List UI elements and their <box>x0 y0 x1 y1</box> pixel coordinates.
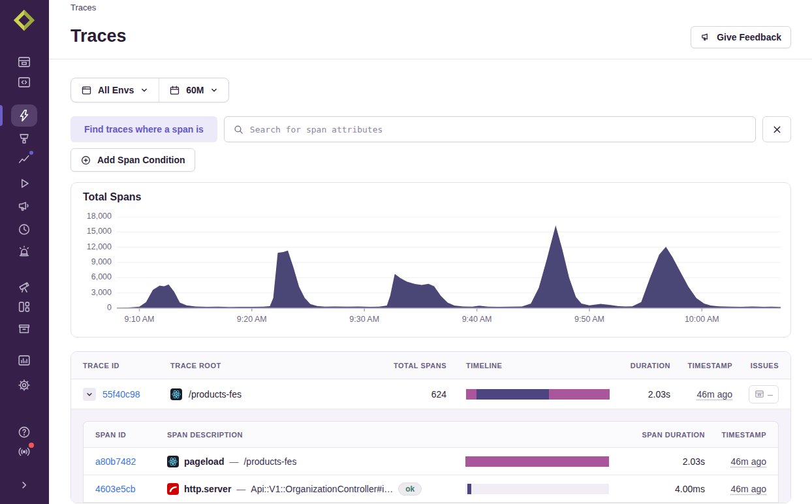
environment-filter-label: All Envs <box>98 85 134 95</box>
span-separator: — <box>229 456 238 467</box>
span-id-link[interactable]: a80b7482 <box>95 456 136 467</box>
span-search-input[interactable] <box>250 125 747 134</box>
time-range-filter[interactable]: 60M <box>159 78 228 102</box>
y-axis-tick-label: 3,000 <box>71 288 112 297</box>
y-axis-tick-label: 15,000 <box>71 227 112 236</box>
main-content: Traces Traces Give Feedback All Envs <box>49 3 812 503</box>
span-timestamp[interactable]: 46m ago <box>731 484 766 494</box>
col-span-timestamp: Timestamp <box>705 431 766 439</box>
trace-row: 55f40c98 /products-fes 624 2.03s 46m ago… <box>71 379 790 409</box>
trace-issues-button[interactable]: – <box>749 385 779 403</box>
trace-root-label[interactable]: /products-fes <box>189 389 242 400</box>
calendar-icon <box>169 85 180 96</box>
time-range-filter-label: 60M <box>186 85 204 95</box>
span-op: http.server <box>184 484 231 494</box>
col-duration: Duration <box>610 362 670 370</box>
col-timestamp: Timestamp <box>670 362 732 370</box>
col-total-spans: Total Spans <box>381 362 446 370</box>
sidebar-item-discover[interactable] <box>17 279 31 294</box>
span-timeline-bar <box>465 484 609 494</box>
y-axis-tick-label: 6,000 <box>71 272 112 281</box>
org-logo[interactable] <box>12 8 37 33</box>
sidebar-item-settings[interactable] <box>17 378 31 392</box>
sidebar <box>0 0 49 504</box>
x-axis-tick-label: 10:00 AM <box>672 315 731 324</box>
col-timeline: Timeline <box>446 362 610 370</box>
sidebar-item-replays[interactable] <box>17 176 31 191</box>
add-span-condition-button[interactable]: Add Span Condition <box>70 148 195 172</box>
x-axis-tick-label: 9:40 AM <box>448 315 507 324</box>
breadcrumb[interactable]: Traces <box>70 3 812 12</box>
add-span-condition-label: Add Span Condition <box>97 155 185 165</box>
col-span-description: Span Description <box>167 431 446 439</box>
page-header: Traces Traces Give Feedback <box>49 3 812 59</box>
plus-circle-icon <box>80 155 91 166</box>
span-duration: 2.03s <box>609 456 705 467</box>
sidebar-item-dashboards[interactable] <box>17 300 31 314</box>
sidebar-item-performance[interactable] <box>17 108 31 123</box>
chevron-down-icon <box>140 86 149 95</box>
chevron-down-icon <box>86 390 93 398</box>
react-icon <box>167 456 179 467</box>
span-description: /products-fes <box>243 456 296 467</box>
span-duration: 4.00ms <box>609 484 705 494</box>
y-axis-tick-label: 18,000 <box>71 212 112 221</box>
sidebar-collapse-button[interactable] <box>17 478 31 492</box>
give-feedback-label: Give Feedback <box>717 32 781 42</box>
sidebar-item-releases[interactable] <box>17 321 31 336</box>
trace-expanded-area: Span ID Span Description Span Duration T… <box>71 409 790 503</box>
span-row: 4603e5cb http.server — Api::V1::Organiza… <box>84 475 778 503</box>
insights-notification-dot <box>28 150 35 156</box>
rails-icon <box>167 483 179 495</box>
trace-timeline-bar <box>466 389 610 400</box>
col-trace-root: Trace Root <box>170 362 381 370</box>
environment-filter[interactable]: All Envs <box>71 78 159 102</box>
sidebar-item-alerts[interactable] <box>17 244 31 259</box>
issues-icon <box>755 389 764 399</box>
whats-new-notification-dot <box>27 441 35 449</box>
clear-search-button[interactable] <box>762 116 791 142</box>
chart-title: Total Spans <box>83 191 142 203</box>
total-spans-chart-card: Total Spans 03,0006,0009,00012,00015,000… <box>70 182 791 338</box>
sidebar-item-crons[interactable] <box>17 222 31 236</box>
spans-table: Span ID Span Description Span Duration T… <box>83 421 779 503</box>
span-row: a80b7482 pageload — /products-fes 2.03s … <box>84 448 778 475</box>
window-icon <box>81 85 92 96</box>
close-icon <box>772 124 783 135</box>
sidebar-item-whats-new[interactable] <box>17 445 31 459</box>
active-nav-indicator <box>0 105 3 126</box>
y-axis-tick-label: 12,000 <box>71 242 112 251</box>
sidebar-item-issues[interactable] <box>17 55 31 69</box>
span-id-link[interactable]: 4603e5cb <box>95 484 136 494</box>
sidebar-item-explore[interactable] <box>17 75 31 89</box>
col-trace-id: Trace ID <box>83 362 170 370</box>
trace-timestamp[interactable]: 46m ago <box>697 389 732 400</box>
span-attribute-search[interactable] <box>224 116 756 142</box>
traces-table: Trace ID Trace Root Total Spans Timeline… <box>70 351 791 503</box>
x-axis-tick-label: 9:10 AM <box>110 315 169 324</box>
x-axis-tick-label: 9:50 AM <box>560 315 619 324</box>
page-filter-bar: All Envs 60M <box>70 78 229 102</box>
org-logo-left <box>14 10 24 31</box>
y-axis-tick-label: 9,000 <box>71 257 112 266</box>
sidebar-item-user-feedback[interactable] <box>17 200 31 214</box>
span-timestamp[interactable]: 46m ago <box>731 456 766 467</box>
trace-issues-count: – <box>768 389 773 400</box>
sidebar-item-stats[interactable] <box>17 353 31 368</box>
sidebar-item-help[interactable] <box>17 425 31 439</box>
sidebar-item-insights[interactable] <box>17 152 31 166</box>
collapse-trace-button[interactable] <box>83 388 96 401</box>
col-span-id: Span ID <box>95 431 167 439</box>
col-span-duration: Span Duration <box>609 431 705 439</box>
search-icon <box>233 124 244 135</box>
span-description: Api::V1::OrganizationController#i… <box>251 484 393 494</box>
give-feedback-button[interactable]: Give Feedback <box>691 26 791 48</box>
chevron-down-icon <box>210 86 219 95</box>
sidebar-item-profiling[interactable] <box>17 132 31 146</box>
megaphone-icon <box>700 32 711 43</box>
x-axis-tick-label: 9:20 AM <box>223 315 281 324</box>
react-icon <box>170 388 182 400</box>
trace-id-link[interactable]: 55f40c98 <box>102 389 140 400</box>
spans-table-header: Span ID Span Description Span Duration T… <box>84 422 778 448</box>
span-status-badge: ok <box>398 482 422 496</box>
